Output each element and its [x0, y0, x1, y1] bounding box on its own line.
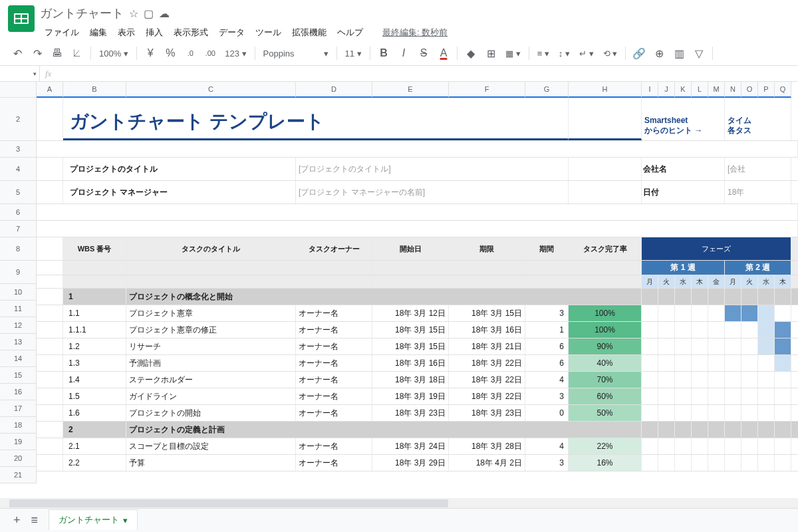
italic-button[interactable]: I	[394, 44, 413, 63]
header-start[interactable]: 開始日	[372, 237, 449, 260]
col-head-L[interactable]: L	[692, 82, 708, 98]
cell-pct[interactable]: 22%	[569, 438, 642, 454]
gantt-cell[interactable]	[741, 388, 758, 404]
header-day[interactable]: 水	[675, 275, 692, 288]
cell-end[interactable]: 18年 3月 23日	[449, 405, 525, 421]
link-button[interactable]: 🔗	[630, 44, 648, 63]
cell-end[interactable]: 18年 4月 2日	[449, 455, 525, 471]
cell-task[interactable]: スコープと目標の設定	[126, 438, 296, 454]
gantt-cell[interactable]	[758, 322, 775, 338]
cell-wbs[interactable]: 1.4	[63, 372, 126, 388]
menu-表示形式[interactable]: 表示形式	[169, 24, 213, 41]
sheet-tab[interactable]: ガントチャート ▾	[49, 509, 138, 530]
cell-grid[interactable]: ガントチャート テンプレートSmartsheet からのヒント →タイム 各タス…	[37, 98, 798, 471]
cell-dur[interactable]: 4	[525, 438, 569, 454]
cell-task[interactable]: リサーチ	[126, 338, 296, 354]
cell-pct[interactable]: 40%	[569, 355, 642, 371]
bold-button[interactable]: B	[374, 44, 393, 63]
cell-dur[interactable]: 6	[525, 355, 569, 371]
row-head-3[interactable]: 3	[0, 141, 37, 158]
cell-end[interactable]: 18年 3月 21日	[449, 338, 525, 354]
gantt-cell[interactable]	[642, 455, 658, 471]
gantt-cell[interactable]	[775, 338, 791, 354]
smartsheet-hint[interactable]: Smartsheet からのヒント →	[642, 98, 725, 140]
gantt-cell[interactable]	[775, 388, 791, 404]
col-head-A[interactable]: A	[37, 82, 63, 98]
gantt-cell[interactable]	[675, 322, 692, 338]
gantt-cell[interactable]	[758, 338, 775, 354]
cell-wbs[interactable]: 1.6	[63, 405, 126, 421]
gantt-cell[interactable]	[675, 455, 692, 471]
gantt-cell[interactable]	[642, 322, 658, 338]
gantt-cell[interactable]	[675, 305, 692, 321]
cell-wbs[interactable]: 1.1.1	[63, 322, 126, 338]
col-head-D[interactable]: D	[296, 82, 372, 98]
gantt-cell[interactable]	[725, 372, 741, 388]
menu-編集[interactable]: 編集	[85, 24, 112, 41]
cell-dur[interactable]: 3	[525, 305, 569, 321]
header-week1[interactable]: 第 1 週	[642, 261, 725, 275]
gantt-cell[interactable]	[658, 338, 675, 354]
row-head-15[interactable]: 15	[0, 367, 37, 384]
label-project-title[interactable]: プロジェクトのタイトル	[63, 158, 296, 180]
gantt-cell[interactable]	[692, 322, 708, 338]
header-day[interactable]: 火	[658, 275, 675, 288]
gantt-cell[interactable]	[675, 388, 692, 404]
row-head-11[interactable]: 11	[0, 301, 37, 317]
comment-button[interactable]: ⊕	[650, 44, 668, 63]
chart-button[interactable]: ▥	[670, 44, 688, 63]
header-wbs[interactable]: WBS 番号	[63, 237, 126, 260]
undo-button[interactable]: ↶	[8, 44, 27, 63]
gantt-cell[interactable]	[708, 438, 725, 454]
gantt-cell[interactable]	[692, 438, 708, 454]
cell-task[interactable]: 予算	[126, 455, 296, 471]
row-head-4[interactable]: 4	[0, 158, 37, 181]
cell-dur[interactable]: 3	[525, 455, 569, 471]
column-headers[interactable]: ABCDEFGHIJKLMNOPQ	[37, 82, 791, 98]
gantt-cell[interactable]	[741, 405, 758, 421]
gantt-cell[interactable]	[725, 455, 741, 471]
header-task[interactable]: タスクのタイトル	[126, 237, 296, 260]
cell-task[interactable]: プロジェクトの概念化と開始	[126, 289, 642, 305]
percent-button[interactable]: %	[161, 44, 180, 63]
header-day[interactable]: 水	[758, 275, 775, 288]
header-day[interactable]: 木	[775, 275, 791, 288]
font-select[interactable]: Poppins ▾	[259, 44, 332, 63]
gantt-cell[interactable]	[692, 355, 708, 371]
cell-wbs[interactable]: 1.1	[63, 305, 126, 321]
cell-pct[interactable]: 70%	[569, 372, 642, 388]
cell-owner[interactable]: オーナー名	[296, 438, 372, 454]
select-all-corner[interactable]	[0, 82, 37, 98]
label-company[interactable]: 会社名	[642, 158, 725, 180]
label-pm[interactable]: プロジェクト マネージャー	[63, 181, 296, 203]
gantt-cell[interactable]	[642, 338, 658, 354]
menu-拡張機能[interactable]: 拡張機能	[287, 24, 331, 41]
col-head-I[interactable]: I	[642, 82, 658, 98]
row-head-13[interactable]: 13	[0, 334, 37, 350]
gantt-cell[interactable]	[692, 405, 708, 421]
input-pm[interactable]: [プロジェクト マネージャーの名前]	[296, 181, 569, 203]
name-box[interactable]	[0, 66, 40, 81]
fill-color-button[interactable]: ◆	[462, 44, 480, 63]
cell-owner[interactable]: オーナー名	[296, 455, 372, 471]
cloud-icon[interactable]: ☁	[159, 7, 170, 20]
gantt-cell[interactable]	[692, 305, 708, 321]
cell-wbs[interactable]: 1.5	[63, 388, 126, 404]
row-headers[interactable]: 23456789101112131415161718192021	[0, 98, 37, 490]
header-day[interactable]: 火	[741, 275, 758, 288]
gantt-cell[interactable]	[741, 305, 758, 321]
gantt-cell[interactable]	[675, 355, 692, 371]
input-company[interactable]: [会社	[725, 158, 791, 180]
label-date[interactable]: 日付	[642, 181, 725, 203]
header-day[interactable]: 金	[708, 275, 725, 288]
gantt-cell[interactable]	[741, 322, 758, 338]
cell-task[interactable]: ガイドライン	[126, 388, 296, 404]
gantt-cell[interactable]	[658, 388, 675, 404]
menu-データ[interactable]: データ	[214, 24, 249, 41]
gantt-cell[interactable]	[741, 372, 758, 388]
cell-task[interactable]: プロジェクトの開始	[126, 405, 296, 421]
header-owner[interactable]: タスクオーナー	[296, 237, 372, 260]
gantt-cell[interactable]	[758, 455, 775, 471]
row-head-20[interactable]: 20	[0, 450, 37, 467]
gantt-cell[interactable]	[758, 372, 775, 388]
